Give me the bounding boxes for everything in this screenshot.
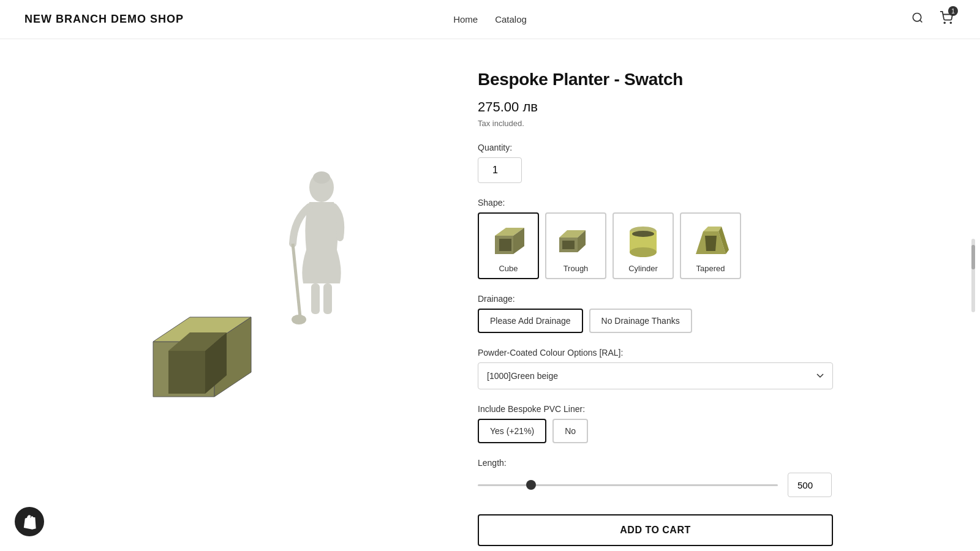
trough-shape-img [554,219,597,261]
drainage-section: Drainage: Please Add Drainage No Drainag… [478,294,894,333]
shape-label-trough: Trough [564,264,589,273]
svg-point-0 [913,13,921,21]
cube-shape-img [487,219,530,261]
svg-point-26 [632,231,654,237]
tax-note: Tax included. [478,119,894,128]
shape-options: Cube Trough [478,212,894,279]
shape-section: Shape: Cube [478,198,894,279]
liner-option-no[interactable]: No [552,419,588,443]
svg-marker-18 [499,239,511,251]
svg-marker-28 [703,227,722,231]
product-image-area [86,64,441,546]
quantity-label: Quantity: [478,143,894,152]
product-price: 275.00 лв [478,99,894,115]
drainage-option-no[interactable]: No Drainage Thanks [589,309,692,333]
quantity-input[interactable] [478,157,522,183]
site-header: NEW BRANCH DEMO SHOP Home Catalog 1 [0,0,980,39]
add-to-cart-button[interactable]: ADD TO CART [478,514,833,546]
quantity-section: Quantity: [478,143,894,198]
length-value-input[interactable] [788,473,832,497]
scroll-indicator[interactable] [971,239,975,312]
shape-label: Shape: [478,198,894,208]
drainage-option-add[interactable]: Please Add Drainage [478,309,583,333]
svg-marker-6 [168,351,205,394]
nav-home[interactable]: Home [453,14,478,24]
main-content: Bespoke Planter - Swatch 275.00 лв Tax i… [61,39,919,551]
drainage-options: Please Add Drainage No Drainage Thanks [478,309,894,333]
shape-label-cube: Cube [499,264,518,273]
svg-marker-22 [562,241,575,249]
shape-option-cube[interactable]: Cube [478,212,539,279]
drainage-label: Drainage: [478,294,894,304]
svg-point-25 [630,247,657,257]
main-nav: Home Catalog [453,14,527,24]
product-title: Bespoke Planter - Swatch [478,70,894,89]
svg-rect-11 [311,283,320,314]
shape-label-tapered: Tapered [696,264,725,273]
product-image [116,158,410,452]
tapered-shape-img [689,219,732,261]
colour-label: Powder-Coated Colour Options [RAL]: [478,348,894,358]
svg-marker-30 [705,236,717,251]
colour-select[interactable]: [1000]Green beige[1001]Beige[1002]Sand y… [478,362,833,389]
shape-option-cylinder[interactable]: Cylinder [612,212,674,279]
svg-rect-12 [323,283,332,314]
cube-image [135,293,257,415]
header-icons: 1 [909,9,956,30]
svg-point-10 [313,171,330,184]
liner-section: Include Bespoke PVC Liner: Yes (+21%) No [478,404,894,443]
shape-option-trough[interactable]: Trough [545,212,606,279]
length-row [478,473,894,497]
liner-options: Yes (+21%) No [478,419,894,443]
length-section: Length: [478,458,894,497]
svg-line-13 [293,244,300,317]
liner-option-yes[interactable]: Yes (+21%) [478,419,546,443]
shopify-badge[interactable] [15,507,44,536]
length-slider[interactable] [478,484,778,486]
figure-image [282,170,361,329]
nav-catalog[interactable]: Catalog [495,14,527,24]
cart-badge: 1 [948,6,958,16]
liner-label: Include Bespoke PVC Liner: [478,404,894,414]
svg-point-1 [944,22,945,23]
colour-section: Powder-Coated Colour Options [RAL]: [100… [478,348,894,389]
cart-button[interactable]: 1 [937,9,956,30]
length-label: Length: [478,458,894,468]
shape-option-tapered[interactable]: Tapered [680,212,741,279]
cylinder-shape-img [622,219,665,261]
shape-label-cylinder: Cylinder [628,264,658,273]
svg-point-14 [292,315,306,324]
product-details: Bespoke Planter - Swatch 275.00 лв Tax i… [478,64,894,546]
site-logo[interactable]: NEW BRANCH DEMO SHOP [24,13,184,26]
search-button[interactable] [909,9,926,29]
svg-point-2 [950,22,951,23]
scroll-thumb [971,245,975,269]
